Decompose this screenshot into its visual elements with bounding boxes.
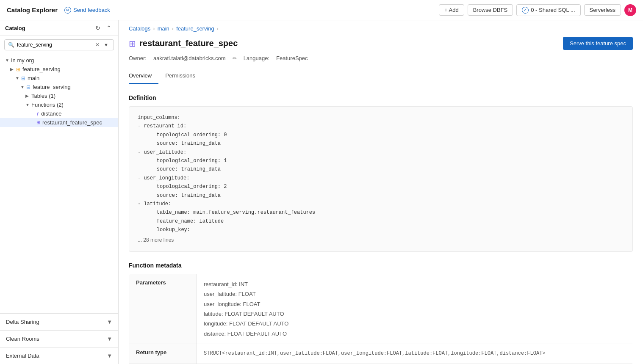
def-line-11: - latitude: [138,200,624,208]
tabs: Overview Permissions [119,68,643,84]
check-circle-icon: ✓ [522,7,529,14]
in-my-org-section[interactable]: ▼ In my org [0,56,118,65]
breadcrumb-sep3: › [217,25,219,32]
filter-icon[interactable]: ▼ [102,41,110,48]
search-icon: 🔍 [8,42,14,48]
main-layout: Catalog ↻ ⌃ 🔍 ✕ ▼ ▼ In my org ▶ [0,20,643,364]
def-line-9: topological_ordering: 2 [138,182,624,191]
topbar-right: + Add Browse DBFS ✓ 0 - Shared SQL ... S… [439,4,636,16]
param-4: latitude: FLOAT DEFAULT AUTO [204,309,626,319]
def-line-2: - restaurant_id: [138,122,624,130]
external-data-section: External Data ▼ [0,347,118,364]
def-line-10: source: training_data [138,191,624,200]
delta-sharing-header[interactable]: Delta Sharing ▼ [0,314,118,330]
page-title: restaurant_feature_spec [139,39,238,48]
content-body: Definition input_columns: - restaurant_i… [119,84,643,364]
feedback-icon: ✉ [64,7,71,14]
catalog-icon: ⊞ [16,66,20,72]
def-line-12: table_name: main.feature_serving.restaur… [138,208,624,217]
parameters-row: Parameters restaurant_id: INT user_latit… [129,274,633,344]
refresh-icon[interactable]: ↻ [94,24,102,32]
clean-rooms-chevron: ▼ [107,336,112,342]
return-type-value: STRUCT<restaurant_id:INT,user_latitude:F… [197,344,633,364]
param-2: user_latitude: FLOAT [204,289,626,299]
page-header: ⊞ restaurant_feature_spec Serve this fea… [119,35,643,55]
def-line-4: source: training_data [138,139,624,148]
param-5: longitude: FLOAT DEFAULT AUTO [204,319,626,328]
breadcrumb-sep2: › [172,25,174,32]
topbar: Catalog Explorer ✉ Send feedback + Add B… [0,0,643,20]
sidebar: Catalog ↻ ⌃ 🔍 ✕ ▼ ▼ In my org ▶ [0,20,119,364]
search-input[interactable] [17,42,93,48]
return-type-row: Return type STRUCT<restaurant_id:INT,use… [129,344,633,364]
breadcrumb-sep1: › [153,25,155,32]
serverless-button[interactable]: Serverless [584,4,621,16]
page-title-icon: ⊞ [129,39,136,49]
parameters-label: Parameters [129,274,197,344]
owner-value: aakrati.talati@databricks.com [153,55,226,61]
metadata-table: Parameters restaurant_id: INT user_latit… [129,274,633,364]
delta-sharing-chevron: ▼ [107,319,112,325]
page-title-area: ⊞ restaurant_feature_spec [129,39,238,49]
sidebar-header: Catalog ↻ ⌃ [0,20,118,36]
tables-group[interactable]: ▶ Tables (1) [0,91,118,100]
clean-rooms-section: Clean Rooms ▼ [0,330,118,347]
feature-spec-icon: ⊞ [36,120,40,125]
topbar-left: Catalog Explorer ✉ Send feedback [7,6,110,14]
tab-overview[interactable]: Overview [129,68,158,84]
schema-feature-serving[interactable]: ▼ ⊟ feature_serving [0,83,118,91]
add-button[interactable]: + Add [439,4,464,16]
return-type-label: Return type [129,344,197,364]
breadcrumb-feature-serving[interactable]: feature_serving [176,25,214,32]
clean-rooms-header[interactable]: Clean Rooms ▼ [0,331,118,347]
parameters-value: restaurant_id: INT user_latitude: FLOAT … [197,274,633,344]
language-prefix: Language: [244,55,269,61]
owner-row: Owner: aakrati.talati@databricks.com ✏ L… [119,55,643,68]
tab-permissions[interactable]: Permissions [165,68,202,84]
external-data-chevron: ▼ [107,353,112,359]
app-title: Catalog Explorer [7,6,58,14]
definition-box: input_columns: - restaurant_id: topologi… [129,106,633,252]
content-area: Catalogs › main › feature_serving › ⊞ re… [119,20,643,364]
search-area: 🔍 ✕ ▼ [0,36,118,54]
def-line-7: source: training_data [138,165,624,174]
catalog-label: Catalog [5,25,25,31]
schema-icon: ⊟ [21,75,25,81]
schema-main[interactable]: ▼ ⊟ main [0,74,118,83]
shared-sql-button[interactable]: ✓ 0 - Shared SQL ... [516,4,580,16]
more-lines[interactable]: ... 28 more lines [138,236,624,244]
language-value: FeatureSpec [276,55,308,61]
function-restaurant-feature-spec[interactable]: ⊞ restaurant_feature_spec [0,118,118,127]
def-line-5: - user_latitude: [138,148,624,157]
def-line-13: feature_name: latitude [138,217,624,226]
owner-prefix: Owner: [129,55,147,61]
sidebar-icons: ↻ ⌃ [94,24,113,32]
browse-dbfs-button[interactable]: Browse DBFS [468,4,513,16]
external-data-header[interactable]: External Data ▼ [0,347,118,364]
delta-sharing-section: Delta Sharing ▼ [0,313,118,330]
avatar[interactable]: M [624,4,636,16]
breadcrumb-catalogs[interactable]: Catalogs [129,25,150,32]
function-metadata-title: Function metadata [129,262,633,269]
send-feedback-button[interactable]: ✉ Send feedback [64,7,110,14]
serve-feature-spec-button[interactable]: Serve this feature spec [563,37,633,50]
function-icon: ƒ [36,111,39,116]
breadcrumb-main[interactable]: main [158,25,169,32]
catalog-feature-serving[interactable]: ▶ ⊞ feature_serving [0,65,118,74]
param-6: distance: FLOAT DEFAULT AUTO [204,329,626,339]
param-1: restaurant_id: INT [204,279,626,289]
tree-section: ▼ In my org ▶ ⊞ feature_serving ▼ ⊟ main… [0,54,118,313]
param-3: user_longitude: FLOAT [204,299,626,309]
search-clear-button[interactable]: ✕ [95,42,100,48]
function-distance[interactable]: ƒ distance [0,109,118,118]
def-line-1: input_columns: [138,113,624,122]
def-line-14: lookup_key: [138,226,624,234]
def-line-6: topological_ordering: 1 [138,157,624,165]
schema-icon2: ⊟ [26,84,30,90]
functions-group[interactable]: ▼ Functions (2) [0,100,118,109]
definition-title: Definition [129,94,633,101]
collapse-icon[interactable]: ⌃ [105,24,113,32]
edit-owner-icon[interactable]: ✏ [233,55,237,61]
def-line-8: - user_longitude: [138,174,624,182]
search-wrap: 🔍 ✕ ▼ [4,39,114,50]
